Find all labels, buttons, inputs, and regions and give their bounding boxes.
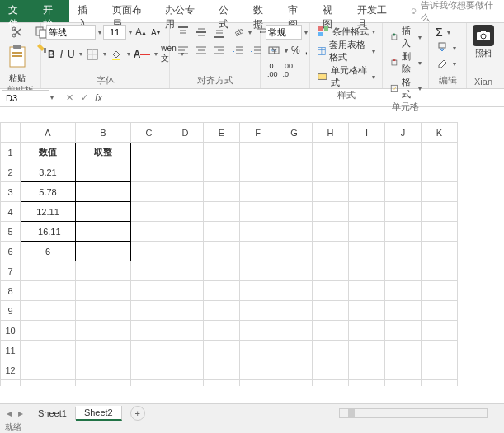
decrease-indent-button[interactable] (229, 43, 246, 58)
decrease-decimal-button[interactable]: .00.0 (281, 61, 295, 79)
cell[interactable]: 5.78 (21, 182, 76, 202)
cell[interactable] (240, 143, 276, 162)
name-box[interactable] (2, 90, 49, 106)
cell[interactable] (313, 143, 349, 162)
sheet-tab-2[interactable]: Sheet2 (76, 406, 122, 421)
align-middle-button[interactable] (193, 25, 210, 40)
row-header[interactable]: 7 (1, 261, 21, 281)
cell[interactable] (76, 341, 131, 360)
cell[interactable] (167, 202, 204, 222)
cell[interactable] (204, 321, 240, 341)
align-top-button[interactable] (175, 25, 191, 40)
cell[interactable] (385, 281, 422, 301)
column-header[interactable]: H (313, 123, 349, 143)
cell[interactable] (167, 281, 204, 301)
cell[interactable] (240, 360, 276, 380)
cell[interactable] (422, 242, 458, 261)
align-right-button[interactable] (211, 43, 228, 58)
cell[interactable] (76, 360, 131, 380)
cell[interactable] (276, 242, 313, 261)
percent-button[interactable]: % (290, 44, 302, 57)
tell-me[interactable]: 告诉我你想要做什么 (402, 0, 504, 22)
tab-home[interactable]: 开始 (35, 0, 69, 22)
cell[interactable] (240, 222, 276, 242)
increase-font-button[interactable]: A▴ (134, 26, 148, 39)
cell[interactable] (276, 380, 313, 387)
clear-button[interactable] (434, 56, 450, 71)
cell-style-button[interactable]: 单元格样式▾ (315, 64, 377, 89)
cell[interactable] (313, 222, 349, 242)
cell[interactable] (131, 202, 167, 222)
cell[interactable] (76, 162, 131, 182)
delete-cells-button[interactable]: 删除▾ (388, 50, 423, 75)
bold-button[interactable]: B (46, 48, 57, 61)
cell[interactable] (422, 380, 458, 387)
cell[interactable] (385, 360, 422, 380)
cancel-formula-button[interactable]: ✕ (62, 91, 77, 106)
tab-view[interactable]: 视图 (314, 0, 349, 22)
column-header[interactable]: F (240, 123, 276, 143)
cell[interactable] (422, 321, 458, 341)
cell[interactable]: 数值 (21, 143, 76, 162)
row-header[interactable]: 8 (1, 281, 21, 301)
add-sheet-button[interactable]: + (130, 406, 145, 421)
cell[interactable] (240, 261, 276, 281)
cell[interactable] (167, 242, 204, 261)
spreadsheet-grid[interactable]: ABCDEFGHIJK1数值取整23.2135.78412.115-16.116… (0, 122, 504, 386)
cell[interactable] (21, 261, 76, 281)
cell[interactable] (385, 182, 422, 202)
fx-icon[interactable]: fx (92, 92, 106, 104)
cell[interactable] (76, 202, 131, 222)
cell[interactable] (349, 222, 385, 242)
cell[interactable] (167, 261, 204, 281)
paste-button[interactable] (5, 40, 30, 72)
align-left-button[interactable] (175, 43, 191, 58)
cell[interactable] (349, 321, 385, 341)
cell[interactable] (313, 281, 349, 301)
cell[interactable] (21, 341, 76, 360)
cell[interactable] (349, 143, 385, 162)
cell[interactable] (276, 341, 313, 360)
column-header[interactable]: G (276, 123, 313, 143)
cell[interactable] (313, 162, 349, 182)
cell[interactable] (385, 143, 422, 162)
cell[interactable] (204, 182, 240, 202)
cell[interactable] (167, 321, 204, 341)
cell[interactable] (167, 360, 204, 380)
cell[interactable] (349, 380, 385, 387)
cell[interactable] (422, 143, 458, 162)
increase-decimal-button[interactable]: .0.00 (266, 61, 280, 79)
cell[interactable] (167, 301, 204, 321)
cell[interactable] (204, 222, 240, 242)
cell[interactable] (276, 182, 313, 202)
cell[interactable] (349, 182, 385, 202)
column-header[interactable]: K (422, 123, 458, 143)
cell[interactable] (385, 261, 422, 281)
cell[interactable] (276, 162, 313, 182)
cell[interactable]: 3.21 (21, 162, 76, 182)
cell[interactable] (131, 242, 167, 261)
cell[interactable] (240, 162, 276, 182)
row-header[interactable]: 13 (1, 380, 21, 387)
cell[interactable] (131, 143, 167, 162)
cell[interactable] (240, 341, 276, 360)
cell[interactable] (131, 222, 167, 242)
cell[interactable] (240, 301, 276, 321)
border-button[interactable] (84, 47, 101, 62)
column-header[interactable]: A (21, 123, 76, 143)
cell[interactable] (422, 281, 458, 301)
cell[interactable] (240, 202, 276, 222)
tab-page-layout[interactable]: 页面布局 (104, 0, 157, 22)
autosum-button[interactable]: Σ (434, 25, 445, 40)
row-header[interactable]: 9 (1, 301, 21, 321)
cell[interactable] (422, 202, 458, 222)
cell[interactable] (21, 360, 76, 380)
cell[interactable] (313, 360, 349, 380)
cell[interactable] (276, 301, 313, 321)
cell[interactable] (131, 261, 167, 281)
cell[interactable] (313, 301, 349, 321)
cell[interactable] (422, 162, 458, 182)
cell[interactable] (76, 321, 131, 341)
row-header[interactable]: 12 (1, 360, 21, 380)
cell[interactable]: 12.11 (21, 202, 76, 222)
